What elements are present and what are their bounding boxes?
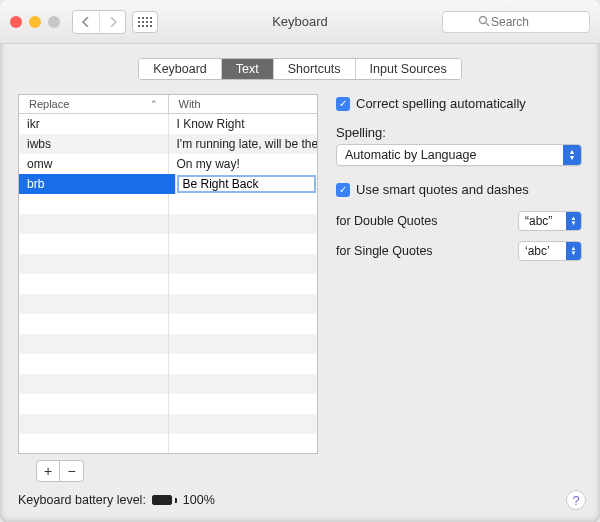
column-with-header[interactable]: With bbox=[169, 95, 318, 113]
spelling-value: Automatic by Language bbox=[345, 148, 476, 162]
column-replace-header[interactable]: Replace ⌃ bbox=[19, 95, 169, 113]
help-button[interactable]: ? bbox=[566, 490, 586, 510]
table-row[interactable] bbox=[19, 354, 317, 374]
show-all-button[interactable] bbox=[132, 11, 158, 33]
table-row[interactable] bbox=[19, 374, 317, 394]
table-row[interactable] bbox=[19, 214, 317, 234]
nav-buttons bbox=[72, 10, 126, 34]
svg-point-0 bbox=[480, 16, 487, 23]
remove-button[interactable]: − bbox=[60, 460, 84, 482]
table-row[interactable] bbox=[19, 234, 317, 254]
select-arrows-icon: ▲▼ bbox=[566, 212, 581, 230]
double-quotes-label: for Double Quotes bbox=[336, 214, 518, 228]
checkbox-checked-icon: ✓ bbox=[336, 97, 350, 111]
tabs: Keyboard Text Shortcuts Input Sources bbox=[0, 58, 600, 80]
table-row[interactable] bbox=[19, 194, 317, 214]
table-row[interactable]: ikr I Know Right bbox=[19, 114, 317, 134]
table-row[interactable] bbox=[19, 394, 317, 414]
correct-spelling-checkbox[interactable]: ✓ Correct spelling automatically bbox=[336, 96, 582, 111]
search-input[interactable] bbox=[442, 11, 590, 33]
tab-keyboard[interactable]: Keyboard bbox=[139, 59, 221, 79]
single-quotes-select[interactable]: ‘abc’ ▲▼ bbox=[518, 241, 582, 261]
battery-label: Keyboard battery level: bbox=[18, 493, 146, 507]
battery-icon bbox=[152, 495, 177, 505]
cell-edit-input[interactable] bbox=[177, 175, 317, 193]
tab-shortcuts[interactable]: Shortcuts bbox=[273, 59, 355, 79]
table-row[interactable] bbox=[19, 254, 317, 274]
tab-text[interactable]: Text bbox=[221, 59, 273, 79]
column-replace-label: Replace bbox=[29, 98, 69, 110]
window-controls bbox=[10, 16, 60, 28]
correct-spelling-label: Correct spelling automatically bbox=[356, 96, 526, 111]
cell-with: I Know Right bbox=[169, 114, 318, 134]
svg-line-1 bbox=[486, 23, 489, 26]
spelling-heading: Spelling: bbox=[336, 125, 582, 140]
table-row[interactable] bbox=[19, 414, 317, 434]
help-icon: ? bbox=[572, 493, 579, 508]
single-quotes-label: for Single Quotes bbox=[336, 244, 518, 258]
table-row[interactable] bbox=[19, 274, 317, 294]
table-row[interactable] bbox=[19, 434, 317, 453]
table-row[interactable] bbox=[19, 294, 317, 314]
single-quotes-value: ‘abc’ bbox=[525, 244, 550, 258]
minus-icon: − bbox=[67, 463, 75, 479]
titlebar: Keyboard bbox=[0, 0, 600, 44]
table-row[interactable]: iwbs I'm running late, will be the... bbox=[19, 134, 317, 154]
sort-indicator-icon: ⌃ bbox=[150, 99, 158, 109]
cell-replace: ikr bbox=[19, 114, 169, 134]
double-quotes-value: “abc” bbox=[525, 214, 552, 228]
minimize-window-button[interactable] bbox=[29, 16, 41, 28]
cell-replace: brb bbox=[19, 174, 176, 194]
select-arrows-icon: ▲▼ bbox=[563, 145, 581, 165]
grid-icon bbox=[138, 17, 152, 27]
double-quotes-select[interactable]: “abc” ▲▼ bbox=[518, 211, 582, 231]
forward-button[interactable] bbox=[99, 11, 125, 33]
add-button[interactable]: + bbox=[36, 460, 60, 482]
footer: Keyboard battery level: 100% ? bbox=[18, 490, 586, 510]
battery-value: 100% bbox=[183, 493, 215, 507]
spelling-select[interactable]: Automatic by Language ▲▼ bbox=[336, 144, 582, 166]
smart-quotes-checkbox[interactable]: ✓ Use smart quotes and dashes bbox=[336, 182, 582, 197]
search-wrap bbox=[442, 11, 590, 33]
table-body: ikr I Know Right iwbs I'm running late, … bbox=[19, 114, 317, 453]
zoom-window-button[interactable] bbox=[48, 16, 60, 28]
select-arrows-icon: ▲▼ bbox=[566, 242, 581, 260]
table-row[interactable]: omw On my way! bbox=[19, 154, 317, 174]
table-row[interactable] bbox=[19, 334, 317, 354]
cell-replace: omw bbox=[19, 154, 169, 174]
back-button[interactable] bbox=[73, 11, 99, 33]
plus-icon: + bbox=[44, 463, 52, 479]
replacements-table: Replace ⌃ With ikr I Know Right iwbs I'm… bbox=[18, 94, 318, 454]
smart-quotes-label: Use smart quotes and dashes bbox=[356, 182, 529, 197]
cell-replace: iwbs bbox=[19, 134, 169, 154]
close-window-button[interactable] bbox=[10, 16, 22, 28]
cell-with-editing bbox=[176, 174, 318, 194]
table-row[interactable]: brb bbox=[19, 174, 317, 194]
column-with-label: With bbox=[179, 98, 201, 110]
cell-with: I'm running late, will be the... bbox=[169, 134, 318, 154]
table-row[interactable] bbox=[19, 314, 317, 334]
search-icon bbox=[478, 15, 490, 27]
tab-input-sources[interactable]: Input Sources bbox=[355, 59, 461, 79]
checkbox-checked-icon: ✓ bbox=[336, 183, 350, 197]
cell-with: On my way! bbox=[169, 154, 318, 174]
